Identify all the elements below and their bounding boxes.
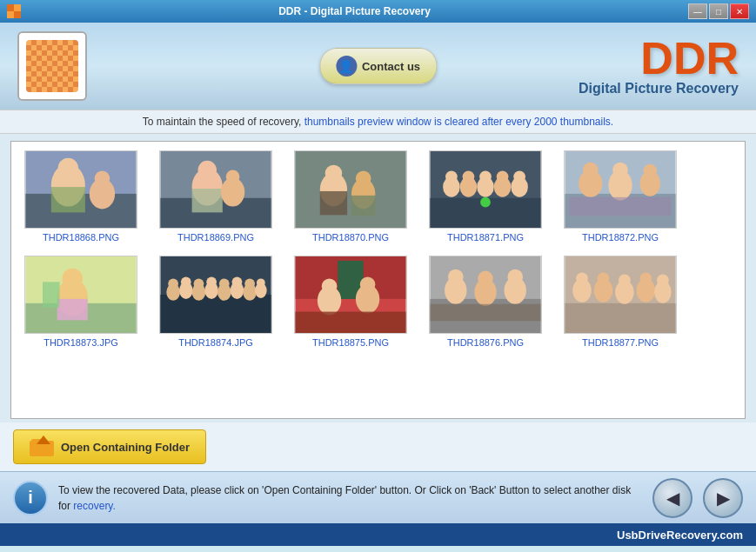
maximize-button[interactable]: □ [709, 3, 728, 19]
footer-website: UsbDriveRecovery.com [617, 529, 743, 542]
svg-point-79 [360, 276, 376, 292]
brand-area: DDR Digital Picture Recovery [579, 36, 739, 96]
app-icon [7, 4, 21, 18]
svg-point-35 [497, 170, 509, 183]
contact-button-label: Contact us [362, 60, 420, 73]
thumbnail-image-7 [159, 256, 272, 334]
svg-point-17 [226, 170, 240, 184]
list-item[interactable]: THDR18868.PNG [20, 150, 142, 243]
svg-rect-19 [295, 151, 405, 228]
info-text-highlight: thumbnails preview window is cleared aft… [304, 116, 614, 128]
main-area: THDR18868.PNG THDR18869.PNG [0, 134, 756, 422]
svg-point-62 [194, 278, 204, 289]
logo-checker-pattern [26, 40, 78, 92]
info-bar: To maintain the speed of recovery, thumb… [0, 110, 756, 134]
svg-point-100 [639, 273, 652, 285]
list-item[interactable]: THDR18876.PNG [425, 256, 546, 348]
svg-point-60 [181, 276, 191, 287]
list-item[interactable]: THDR18872.PNG [559, 150, 681, 243]
info-text-before: To maintain the speed of recovery, [143, 116, 304, 128]
svg-point-70 [244, 278, 255, 289]
minimize-button[interactable]: — [688, 3, 707, 19]
thumbnail-image-3 [294, 150, 407, 229]
svg-point-37 [513, 170, 525, 183]
svg-point-21 [325, 165, 343, 183]
thumbnail-image-10 [564, 256, 677, 334]
svg-point-7 [58, 158, 78, 178]
svg-point-31 [463, 170, 475, 183]
svg-rect-53 [57, 299, 88, 320]
thumbnail-label-2: THDR18869.PNG [177, 232, 254, 243]
svg-point-24 [356, 170, 371, 186]
open-folder-button[interactable]: Open Containing Folder [13, 429, 206, 464]
open-folder-label: Open Containing Folder [61, 441, 190, 454]
thumbnail-image-6 [24, 256, 137, 334]
list-item[interactable]: THDR18877.PNG [559, 256, 681, 348]
thumbnail-label-6: THDR18873.JPG [43, 337, 118, 348]
forward-button[interactable]: ▶ [703, 478, 743, 518]
list-item[interactable]: THDR18874.JPG [155, 256, 277, 348]
svg-rect-80 [295, 312, 405, 333]
svg-point-96 [598, 273, 610, 285]
footer: UsbDriveRecovery.com [0, 523, 756, 546]
svg-point-94 [576, 273, 588, 285]
svg-rect-92 [565, 303, 675, 333]
thumbnail-image-2 [159, 150, 272, 229]
svg-rect-0 [7, 4, 14, 11]
close-button[interactable]: ✕ [730, 3, 749, 19]
svg-point-88 [507, 269, 523, 285]
svg-point-29 [445, 170, 458, 183]
thumbnail-label-3: THDR18870.PNG [312, 232, 389, 243]
svg-rect-54 [43, 282, 60, 307]
svg-point-33 [479, 170, 492, 183]
thumbnail-label-7: THDR18874.JPG [178, 337, 253, 348]
thumbnail-label-10: THDR18877.PNG [582, 337, 659, 348]
logo-box [17, 31, 87, 101]
svg-rect-25 [351, 196, 375, 216]
svg-point-86 [478, 271, 493, 287]
back-button[interactable]: ◀ [652, 478, 692, 518]
svg-point-42 [583, 163, 599, 178]
svg-rect-1 [14, 4, 21, 11]
window-title: DDR - Digital Picture Recovery [21, 5, 688, 17]
window-controls: — □ ✕ [688, 3, 749, 19]
svg-point-14 [197, 161, 217, 180]
svg-rect-3 [14, 11, 21, 18]
thumbnail-image-9 [429, 256, 542, 334]
folder-bar: Open Containing Folder [0, 422, 756, 471]
svg-point-58 [168, 278, 178, 289]
list-item[interactable]: THDR18873.JPG [20, 256, 142, 348]
svg-rect-2 [7, 11, 14, 18]
list-item[interactable]: THDR18875.PNG [290, 256, 411, 348]
svg-rect-8 [51, 187, 85, 212]
thumbnail-label-8: THDR18875.PNG [312, 337, 389, 348]
status-message: To view the recovered Data, please click… [58, 482, 642, 514]
info-icon-circle: i [13, 481, 48, 515]
svg-point-98 [619, 275, 631, 287]
svg-point-84 [448, 269, 464, 285]
thumbnail-image-8 [294, 256, 407, 334]
svg-point-10 [95, 170, 110, 186]
header: 👤 Contact us DDR Digital Picture Recover… [0, 23, 756, 110]
status-link: recovery. [73, 500, 115, 512]
list-item[interactable]: THDR18869.PNG [155, 150, 277, 243]
svg-point-72 [257, 278, 265, 287]
list-item[interactable]: THDR18871.PNG [425, 150, 546, 243]
contact-button[interactable]: 👤 Contact us [319, 48, 437, 84]
svg-point-64 [206, 276, 217, 287]
brand-full-name: Digital Picture Recovery [579, 81, 739, 96]
thumbnail-label-5: THDR18872.PNG [582, 232, 659, 243]
thumbnail-label-1: THDR18868.PNG [43, 232, 119, 243]
list-item[interactable]: THDR18870.PNG [290, 150, 411, 243]
svg-point-38 [480, 197, 491, 208]
brand-short-name: DDR [579, 36, 739, 81]
thumbnail-panel[interactable]: THDR18868.PNG THDR18869.PNG [10, 141, 746, 419]
status-bar: i To view the recovered Data, please cli… [0, 471, 756, 523]
svg-rect-56 [160, 295, 271, 333]
svg-rect-22 [320, 191, 347, 215]
svg-rect-47 [569, 197, 671, 216]
thumbnail-image-5 [564, 150, 677, 229]
svg-point-68 [232, 276, 243, 287]
svg-point-46 [643, 164, 657, 178]
title-bar: DDR - Digital Picture Recovery — □ ✕ [0, 0, 756, 23]
